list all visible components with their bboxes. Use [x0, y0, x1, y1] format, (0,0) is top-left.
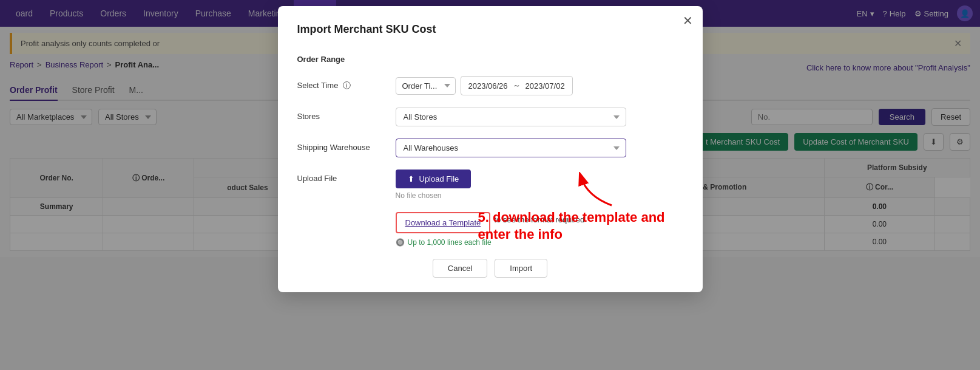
cancel-button[interactable]: Cancel — [433, 259, 487, 278]
stores-control: All Stores — [396, 108, 683, 126]
select-time-row: Select Time ⓘ Order Ti... 2023/06/26 ～ 2… — [297, 76, 683, 95]
select-time-controls: Order Ti... 2023/06/26 ～ 2023/07/02 — [396, 76, 683, 95]
stores-row: Stores All Stores — [297, 108, 683, 126]
shipping-warehouse-row: Shipping Warehouse All Warehouses — [297, 139, 683, 157]
download-template-box: Download a Template — [396, 212, 491, 233]
no-file-text: No file chosen — [396, 191, 683, 200]
upload-file-label: Upload File — [297, 170, 388, 183]
arrow-icon — [575, 172, 624, 208]
import-button[interactable]: Import — [495, 259, 547, 278]
order-range-row: Order Range — [297, 50, 683, 64]
stores-label: Stores — [297, 108, 388, 121]
modal-title: Import Merchant SKU Cost — [297, 23, 683, 36]
warehouse-select[interactable]: All Warehouses — [396, 139, 626, 157]
modal-dialog: ✕ Import Merchant SKU Cost Order Range S… — [278, 6, 703, 292]
modal-close-button[interactable]: ✕ — [683, 13, 693, 28]
upload-file-button[interactable]: ⬆ Upload File — [396, 170, 471, 188]
warehouse-control: All Warehouses — [396, 139, 683, 157]
select-time-label: Select Time ⓘ — [297, 76, 388, 91]
download-template-link[interactable]: Download a Template — [405, 218, 481, 227]
shipping-warehouse-label: Shipping Warehouse — [297, 139, 388, 152]
info-icon: ⓘ — [343, 81, 351, 90]
annotation-text: 5. download the template and enter the i… — [478, 209, 684, 244]
modal-overlay: ✕ Import Merchant SKU Cost Order Range S… — [0, 0, 980, 370]
order-range-label: Order Range — [297, 50, 388, 64]
date-range-picker[interactable]: 2023/06/26 ～ 2023/07/02 — [461, 76, 573, 95]
stores-select[interactable]: All Stores — [396, 108, 626, 126]
upload-icon: ⬆ — [408, 174, 414, 183]
check-icon: 🔘 — [396, 238, 405, 247]
time-type-select[interactable]: Order Ti... — [396, 77, 456, 95]
modal-footer: Cancel Import — [297, 259, 683, 278]
